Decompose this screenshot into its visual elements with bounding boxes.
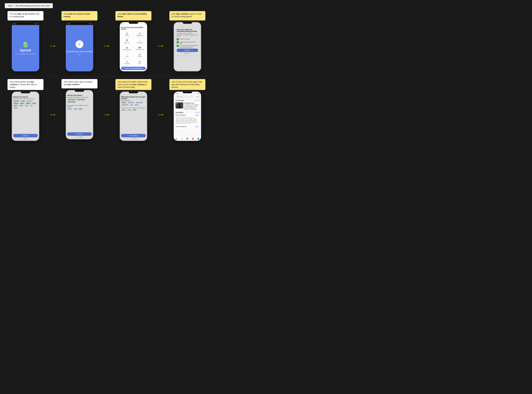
ptag-visual[interactable]: Visual [127,109,132,111]
nav-library-icon[interactable]: 📚 [186,138,188,140]
dot-2 [186,53,187,54]
tag-story-prompts[interactable]: Story Prompts [67,99,76,100]
see-more-replies[interactable]: See More [195,111,200,114]
screen-home: 🔍 Search 🌱 0.3 Hot Prompts See More [174,94,201,141]
arrow-line-6 [158,115,163,115]
tag-fantasy[interactable]: Fantasy [13,103,19,104]
nav-prompts-icon[interactable]: 📝 [181,138,183,140]
phone-notch-4 [183,22,192,24]
tag-barbed-plant[interactable]: Barbed Plant [135,102,143,104]
hot-prompt-card[interactable]: 34 Apocalyptic Scare You wake up in the … [175,102,200,110]
genres-continue-button[interactable]: Continue [13,134,38,137]
screen-genres: Choose your genres Select genres you are… [12,94,39,141]
reply-item-2[interactable]: Social Climbing 101 Follow [175,125,200,128]
acc-line-height[interactable]: ≡ Line Height [121,59,133,65]
acc-text-spacing[interactable]: ↔ Text Spacing [134,38,146,45]
sprout-icon [77,42,82,47]
tag-poem-prompts[interactable]: Poem Prompts [67,101,76,103]
tag-action[interactable]: Action [21,100,25,102]
onb-title: Grow your garden by completing writing p… [177,29,198,32]
follow-button-1[interactable]: Follow [195,114,199,116]
p-dot-4 [135,138,136,139]
tag-adventure[interactable]: Adventure [13,100,20,102]
tag-nsfw[interactable]: NSFW [13,107,18,109]
ptag-both[interactable]: Both [133,109,137,111]
step-col-8: User is now on the home page of the app … [167,79,208,141]
tag-flowers[interactable]: Flowers [121,102,127,104]
tag-mystery[interactable]: Mystery [25,103,31,104]
arrow-3 [157,46,164,46]
tag-script-prompts[interactable]: Script Prompts [76,99,85,100]
tag-spider-plant[interactable]: Spider Plant [121,104,129,106]
onb-feature-3: ✓ Grow your garden with seeds gained fro… [177,45,198,48]
phone-4[interactable]: Grow your garden by completing writing p… [173,22,202,72]
tag-scifi[interactable]: Sci-Fi [13,105,18,107]
phone-8[interactable]: 9:41 ▪▪▪▸ 🔍 Search 🌱 0.3 [173,91,202,141]
reply-header-1: Music at a Funeral by Lawrence Bloward F… [176,114,199,117]
cursor-icon: ☞ [126,54,128,56]
tag-written[interactable]: Written [67,108,72,110]
tag-thriller[interactable]: Thriller [18,105,23,107]
prompt-title: Apocalyptic Scare [184,102,199,104]
acc-highlight-links[interactable]: 🔗 Highlight Links [134,31,146,37]
tag-roses[interactable]: Roses [134,104,139,106]
acc-dyslexia[interactable]: DF Dyslexia Friendly [134,46,146,52]
phone-6[interactable]: Choose your genres What style of writing… [65,90,94,140]
start-writing-button[interactable]: Start Writing [121,134,146,137]
plants-tags: Flowers Succulents Barbed Plant Spider P… [121,102,146,106]
reply-tags-1: #LiteraryFiction #FeedbackPlease #TMIplz [176,117,199,118]
onb-continue-button[interactable]: Continue [177,49,198,52]
p-dot-1 [131,138,132,139]
phone-1[interactable]: 9:41 ▪▪▪ ▸ Sprout Let Your Imagination T… [11,22,40,72]
tag-romance[interactable]: Romance [26,100,33,102]
task-label: Task 1 : The onboarding process for new … [5,3,53,8]
see-more-prompts[interactable]: See More [195,99,200,102]
tag-horror[interactable]: Horror [32,103,37,104]
step-row-2: User selects genres and taps continue to… [5,79,208,141]
nav-garden-icon[interactable]: 🎯 [192,138,194,140]
signal-1: ▪▪▪ ▸ [35,23,37,25]
step-col-2: User waits for screen to finish loading … [59,11,100,72]
step7-desc: User selects the types of plants they wa… [115,79,151,90]
tag-ya[interactable]: YA [30,105,33,107]
check-icon-1: ✓ [177,38,179,41]
onb-pagination [177,53,198,54]
highlight-links-icon: 🔗 [138,32,141,35]
acc-pause-animations[interactable]: ⏸ Pause Animations [121,46,133,52]
phone-5[interactable]: Choose your genres Select genres you are… [11,91,40,141]
phone-2[interactable]: 9:41 ▪▪▪ ▸ Harvesting the ripest prompts… [65,22,94,72]
nav-home-icon[interactable]: 🏠 [175,138,178,140]
nav-profile-icon[interactable]: 👤 [197,138,199,140]
search-bar[interactable]: 🔍 Search [176,95,194,98]
onb-subtitle: Sprout helps writers unleash their imagi… [177,33,198,37]
follow-button-2[interactable]: Follow [195,126,199,128]
reply-item-1[interactable]: Music at a Funeral by Lawrence Bloward F… [175,114,200,125]
arrow-4 [49,115,56,115]
screen-loading: Harvesting the ripest prompts :) [66,25,93,71]
acc-tooltips[interactable]: 💬 Tool Tips [134,52,146,58]
style-continue-button[interactable]: Continue [67,132,92,136]
ptag-written[interactable]: Written [121,109,126,111]
reset-icon: ↺ [139,61,141,63]
splash-content: Sprout Let Your Imagination Take The Rei… [12,25,39,71]
tag-visual[interactable]: Visual [73,108,78,110]
acc-contrast[interactable]: ☑ Contrast [121,31,133,37]
no-accessibility-button[interactable]: I have no Accessibility Needs [121,67,146,70]
tag-succulents[interactable]: Succulents [127,102,134,104]
tag-both[interactable]: Both [79,108,83,110]
acc-cursor[interactable]: ☞ Cursor [121,52,133,58]
phone-3[interactable]: 9:41 ▪▪▪ Do you have any accessibility n… [119,22,148,72]
tag-drama[interactable]: Drama [19,103,25,104]
genres-tags: Adventure Action Romance Fantasy Drama M… [13,100,38,109]
time-3: 9:41 [122,23,124,25]
loading-circle [75,40,83,48]
style-format-tags: Written Visual Both [67,108,92,110]
acc-bigger-text[interactable]: T Bigger Text [121,38,133,45]
phone-7[interactable]: What kind of plants do you want to grow?… [119,91,148,141]
reply-author-1: by Lawrence Bloward [176,116,186,117]
tag-satire[interactable]: Satire [24,105,29,107]
time-2: 9:41 [68,23,70,25]
tag-fern[interactable]: Fern [129,104,133,106]
acc-reset[interactable]: ↺ Reset [134,59,146,65]
dot-1 [185,53,186,54]
